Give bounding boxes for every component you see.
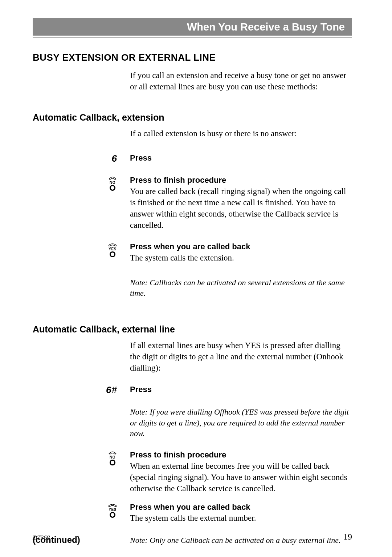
icon-text: NO	[110, 455, 115, 459]
chapter-title: When You Receive a Busy Tone	[187, 21, 345, 33]
chapter-header-bar: When You Receive a Busy Tone	[33, 18, 352, 36]
divider	[33, 37, 352, 37]
handset-down-icon	[108, 176, 117, 180]
yes-key-icon: YES	[108, 242, 117, 257]
button-circle-icon	[110, 512, 115, 518]
action-label: Press to finish procedure	[130, 175, 352, 186]
note-text: Note: Callbacks can be activated on seve…	[130, 277, 352, 299]
section-intro: If all external lines are busy when YES …	[130, 340, 352, 374]
no-key-icon: NO	[108, 450, 117, 465]
step-body: The system calls the external number.	[130, 512, 352, 524]
yes-key-icon: YES	[108, 502, 117, 518]
action-label: Press	[130, 384, 352, 395]
section-intro: If you call an extension and receive a b…	[130, 70, 352, 92]
icon-text: YES	[109, 508, 117, 512]
step-body: The system calls the extension.	[130, 252, 352, 263]
no-key-icon: NO	[108, 175, 117, 191]
divider	[33, 552, 352, 552]
action-label: Press	[130, 153, 352, 164]
section-heading: Automatic Callback, external line	[33, 324, 352, 335]
button-circle-icon	[110, 460, 115, 465]
icon-text: YES	[109, 247, 117, 251]
step-body: When an external line becomes free you w…	[130, 460, 352, 494]
step-body: You are called back (recall ringing sign…	[130, 186, 352, 231]
section-heading: BUSY EXTENSION OR EXTERNAL LINE	[33, 52, 352, 63]
section-intro: If a called extension is busy or there i…	[130, 128, 352, 139]
handset-up-icon	[108, 242, 117, 247]
section-heading: Automatic Callback, extension	[33, 112, 352, 123]
handset-up-icon	[108, 503, 117, 507]
icon-text: NO	[110, 181, 115, 185]
page-footer: DT368 19	[0, 528, 392, 542]
action-label: Press when you are called back	[130, 502, 352, 513]
action-label: Press when you are called back	[130, 242, 352, 252]
note-text: Note: If you were dialling Offhook (YES …	[130, 407, 352, 439]
page-number: 19	[343, 532, 352, 542]
footer-model: DT368	[33, 534, 50, 541]
action-label: Press to finish procedure	[130, 450, 352, 460]
button-circle-icon	[110, 251, 115, 257]
dial-key: 6#	[106, 384, 117, 396]
dial-key: 6	[112, 153, 117, 164]
button-circle-icon	[110, 185, 115, 191]
handset-down-icon	[108, 451, 117, 455]
